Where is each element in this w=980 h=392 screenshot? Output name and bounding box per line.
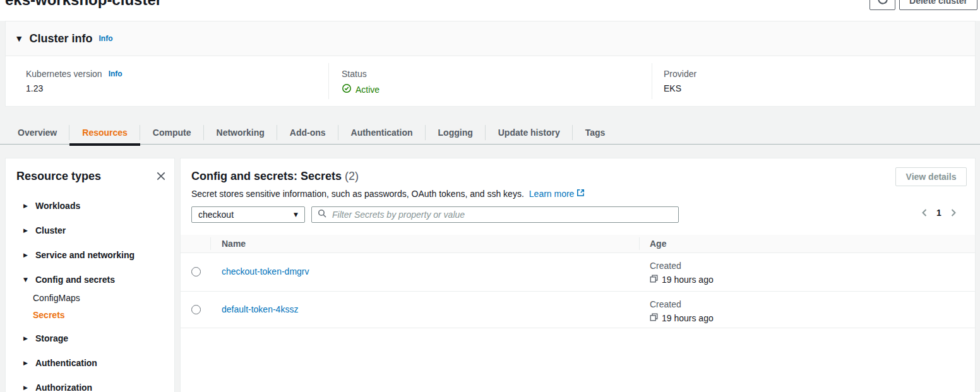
secrets-count: (2) (345, 170, 359, 182)
external-link-icon (577, 189, 585, 199)
column-header-age[interactable]: Age (650, 239, 666, 249)
sidebar-item-configmaps[interactable]: ConfigMaps (33, 292, 80, 303)
resource-types-title: Resource types (16, 170, 101, 183)
column-divider (328, 63, 329, 99)
copy-icon[interactable] (650, 313, 658, 323)
secret-name-link[interactable]: default-token-4kssz (222, 304, 298, 314)
column-divider (652, 63, 652, 99)
status-badge: Active (356, 85, 379, 95)
provider-label: Provider (664, 69, 696, 79)
table-row: checkout-token-dmgrv Created 19 hours ag… (181, 253, 975, 292)
chevron-down-icon[interactable]: ▼ (23, 276, 28, 283)
sidebar-item-storage[interactable]: ▶ Storage (23, 333, 68, 343)
sidebar-item-authorization[interactable]: ▶ Authorization (23, 382, 92, 392)
column-divider (639, 237, 640, 250)
row-radio-button[interactable] (191, 267, 201, 276)
cluster-info-header[interactable]: ▼ Cluster info Info (6, 21, 975, 56)
table-header: Name Age (181, 235, 975, 253)
row-radio-button[interactable] (191, 305, 201, 314)
sidebar-item-authentication[interactable]: ▶ Authentication (23, 357, 97, 368)
chevron-right-icon[interactable]: ▶ (23, 360, 28, 366)
chevron-right-icon[interactable]: ▶ (23, 227, 28, 234)
tab-update-history[interactable]: Update history (486, 120, 573, 145)
secret-name-link[interactable]: checkout-token-dmgrv (222, 266, 309, 276)
collapse-triangle-icon[interactable]: ▼ (16, 35, 21, 43)
kubernetes-version-label: Kubernetes version (26, 69, 102, 79)
tab-authentication[interactable]: Authentication (338, 120, 426, 145)
cluster-info-info-link[interactable]: Info (99, 34, 112, 43)
page-title: eks-workshop-cluster (5, 0, 162, 9)
age-created-label: Created (650, 299, 714, 309)
search-input[interactable] (332, 210, 672, 220)
sidebar-item-config-and-secrets[interactable]: ▼ Config and secrets (23, 274, 115, 285)
sidebar-item-service-and-networking[interactable]: ▶ Service and networking (23, 249, 134, 260)
filter-scope-dropdown[interactable]: checkout ▼ (191, 206, 305, 223)
current-page-number[interactable]: 1 (936, 208, 941, 218)
next-page-icon[interactable] (950, 208, 957, 217)
chevron-right-icon[interactable]: ▶ (23, 384, 28, 391)
secrets-panel: Config and secrets: Secrets (2) View det… (180, 158, 976, 392)
cluster-tabs: Overview Resources Compute Networking Ad… (5, 120, 618, 145)
refresh-button[interactable] (869, 0, 895, 10)
refresh-icon (877, 0, 888, 8)
chevron-right-icon[interactable]: ▶ (23, 335, 28, 342)
column-divider (210, 237, 211, 250)
kubernetes-version-info-link[interactable]: Info (109, 69, 122, 78)
tab-overview[interactable]: Overview (5, 120, 69, 145)
age-value-text: 19 hours ago (662, 313, 714, 323)
status-label: Status (342, 69, 367, 79)
tab-compute[interactable]: Compute (140, 120, 204, 145)
provider-value: EKS (664, 83, 681, 93)
age-value-text: 19 hours ago (662, 275, 714, 285)
tab-tags[interactable]: Tags (573, 120, 618, 145)
sidebar-item-workloads[interactable]: ▶ Workloads (23, 200, 80, 211)
learn-more-link[interactable]: Learn more (529, 189, 585, 199)
tab-networking[interactable]: Networking (204, 120, 277, 145)
delete-cluster-button[interactable]: Delete cluster (899, 0, 977, 10)
secrets-filter-searchbox[interactable] (311, 206, 679, 223)
sidebar-item-secrets[interactable]: Secrets (33, 309, 65, 320)
column-header-name[interactable]: Name (222, 239, 246, 249)
cluster-info-body: Kubernetes version Info 1.23 Status Acti… (6, 56, 975, 106)
tab-resources[interactable]: Resources (69, 120, 140, 145)
cluster-info-title: Cluster info (29, 32, 92, 45)
table-row: default-token-4kssz Created 19 hours ago (181, 292, 975, 328)
resource-types-sidebar: Resource types ▶ Workloads ▶ Cluster ▶ S… (5, 158, 175, 392)
sidebar-item-cluster[interactable]: ▶ Cluster (23, 225, 66, 235)
tab-logging[interactable]: Logging (426, 120, 486, 145)
search-icon (318, 209, 327, 220)
kubernetes-version-value: 1.23 (26, 83, 43, 93)
view-details-button[interactable]: View details (895, 167, 967, 186)
pagination: 1 (921, 208, 957, 218)
caret-down-icon: ▼ (294, 211, 298, 218)
age-created-label: Created (650, 261, 714, 271)
filter-scope-value: checkout (198, 210, 234, 220)
copy-icon[interactable] (650, 275, 658, 285)
tab-add-ons[interactable]: Add-ons (277, 120, 338, 145)
previous-page-icon[interactable] (921, 208, 928, 217)
status-check-icon (342, 83, 352, 95)
secrets-description: Secret stores sensitive information, suc… (191, 189, 524, 199)
secrets-heading: Config and secrets: Secrets (191, 170, 342, 182)
chevron-right-icon[interactable]: ▶ (23, 252, 28, 258)
chevron-right-icon[interactable]: ▶ (23, 203, 28, 209)
cluster-info-panel: ▼ Cluster info Info Kubernetes version I… (5, 21, 976, 107)
close-icon[interactable] (156, 171, 166, 181)
